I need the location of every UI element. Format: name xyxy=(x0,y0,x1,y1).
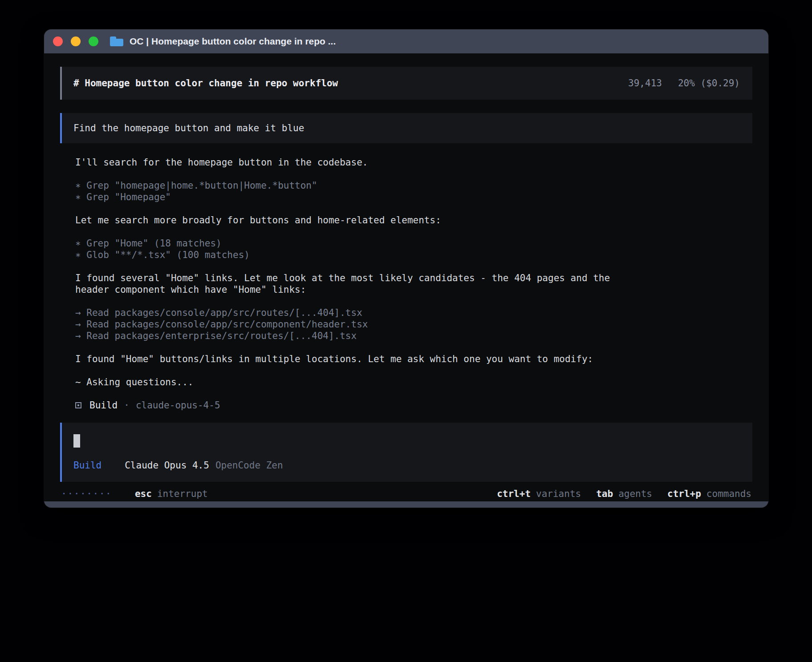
shortcut-variants: ctrl+tvariants xyxy=(497,488,581,500)
shortcut-agents: tabagents xyxy=(596,488,652,500)
session-header: # Homepage button color change in repo w… xyxy=(60,67,752,100)
session-meta: 39,413 20% ($0.29) xyxy=(628,77,740,89)
status-bar-right: ctrl+tvariants tabagents ctrl+pcommands xyxy=(497,488,751,500)
agent-name: Build xyxy=(89,400,118,411)
session-title: # Homepage button color change in repo w… xyxy=(73,77,338,89)
terminal-window: OC | Homepage button color change in rep… xyxy=(44,29,768,508)
ctrl-p-key-label: commands xyxy=(706,488,751,499)
provider-name: OpenCode Zen xyxy=(215,460,283,471)
mode-badge[interactable]: Build xyxy=(73,460,102,471)
status-bar: ········ esc interrupt ctrl+tvariants ta… xyxy=(60,488,752,500)
context-usage: 20% ($0.29) xyxy=(678,77,740,89)
user-message-text: Find the homepage button and make it blu… xyxy=(73,123,304,133)
assistant-text: I'll search for the homepage button in t… xyxy=(75,157,621,168)
esc-key-hint: esc xyxy=(135,488,152,500)
asking-questions-status: ~ Asking questions... xyxy=(75,376,752,388)
zoom-button[interactable] xyxy=(89,36,98,46)
close-button[interactable] xyxy=(53,36,63,46)
title-bar[interactable]: OC | Homepage button color change in rep… xyxy=(44,29,768,53)
ctrl-t-key-label: variants xyxy=(536,488,581,499)
agent-status: Build · claude-opus-4-5 xyxy=(75,400,752,411)
spinner-dots: ········ xyxy=(61,488,112,500)
user-message: Find the homepage button and make it blu… xyxy=(60,113,752,143)
tool-call-grep: ∗ Grep "Home" (18 matches) xyxy=(75,238,752,249)
agent-model: claude-opus-4-5 xyxy=(136,400,220,411)
shortcut-commands: ctrl+pcommands xyxy=(667,488,751,500)
agent-build-icon xyxy=(75,402,81,408)
tool-call-read: → Read packages/enterprise/src/routes/[.… xyxy=(75,330,752,342)
terminal-content: # Homepage button color change in repo w… xyxy=(44,53,768,501)
tab-key-hint: tab xyxy=(596,488,613,499)
ctrl-t-key-hint: ctrl+t xyxy=(497,488,531,499)
esc-key-label: interrupt xyxy=(157,488,208,500)
tab-key-label: agents xyxy=(618,488,652,499)
folder-icon xyxy=(110,36,123,46)
transcript: I'll search for the homepage button in t… xyxy=(60,157,752,411)
tool-call-grep: ∗ Grep "homepage|home.*button|Home.*butt… xyxy=(75,180,752,191)
input-meta: Build Claude Opus 4.5 OpenCode Zen xyxy=(73,460,741,471)
status-bar-left: ········ esc interrupt xyxy=(61,488,208,500)
tool-call-grep: ∗ Grep "Homepage" xyxy=(75,191,752,203)
minimize-button[interactable] xyxy=(71,36,81,46)
agent-separator: · xyxy=(124,400,130,411)
prompt-input[interactable]: Build Claude Opus 4.5 OpenCode Zen xyxy=(60,423,752,482)
assistant-text: I found several "Home" links. Let me loo… xyxy=(75,272,621,295)
assistant-text: Let me search more broadly for buttons a… xyxy=(75,214,621,226)
tool-call-glob: ∗ Glob "**/*.tsx" (100 matches) xyxy=(75,249,752,261)
ctrl-p-key-hint: ctrl+p xyxy=(667,488,701,499)
token-count: 39,413 xyxy=(628,77,662,89)
tool-call-read: → Read packages/console/app/src/routes/[… xyxy=(75,307,752,319)
window-title: OC | Homepage button color change in rep… xyxy=(130,36,336,47)
tool-call-read: → Read packages/console/app/src/componen… xyxy=(75,319,752,330)
text-cursor xyxy=(73,434,80,448)
model-name: Claude Opus 4.5 xyxy=(125,460,209,471)
assistant-text: I found "Home" buttons/links in multiple… xyxy=(75,353,621,365)
